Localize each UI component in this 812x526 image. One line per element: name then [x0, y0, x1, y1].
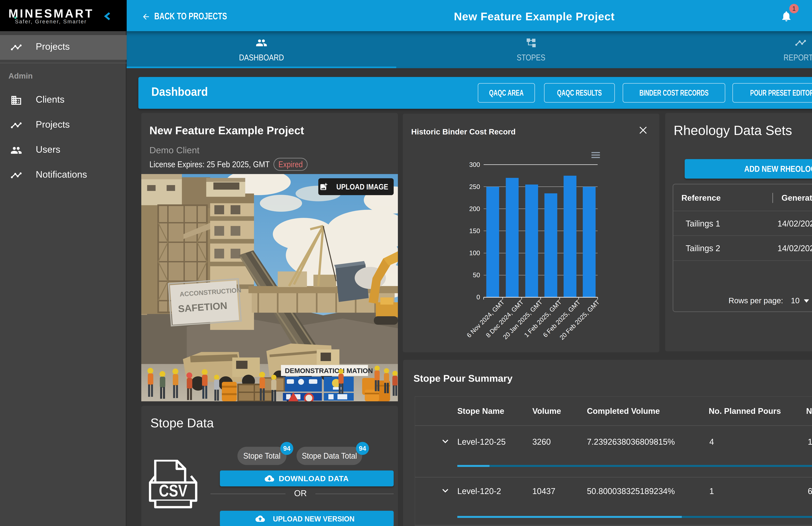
svg-text:150: 150: [469, 227, 480, 234]
svg-text:200: 200: [469, 205, 480, 213]
svg-text:50: 50: [473, 272, 480, 279]
svg-text:100: 100: [469, 249, 480, 257]
svg-text:0: 0: [477, 293, 480, 301]
svg-text:300: 300: [469, 161, 480, 168]
svg-text:DEMONSTRATION MATION: DEMONSTRATION MATION: [285, 367, 373, 375]
svg-text:250: 250: [469, 183, 480, 190]
svg-text:CSV: CSV: [159, 481, 187, 500]
